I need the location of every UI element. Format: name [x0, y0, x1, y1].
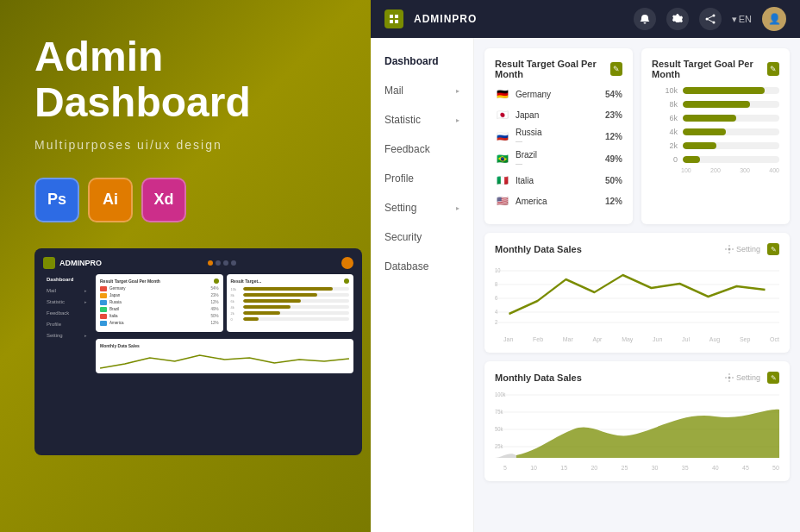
subtitle: Multipurposes ui/ux design	[34, 138, 345, 152]
line-chart-x-labels: Jan Feb Mar Apr May Jun Jul Aug Sep Oct	[495, 336, 779, 342]
sidebar-item-mail[interactable]: Mail ▸	[371, 76, 473, 105]
flag-russia: 🇷🇺	[495, 128, 510, 144]
svg-text:50k: 50k	[495, 425, 503, 432]
line-chart-title: Monthly Data Sales	[495, 244, 582, 254]
country-row-italia: 🇮🇹 Italia 50%	[495, 172, 622, 188]
area-chart-svg: 100k 75k 50k 25k	[495, 391, 779, 460]
line-chart-setting-btn[interactable]: Setting	[725, 245, 760, 253]
bar-chart-card: Result Target Goal Per Month ✎ 10k 8k	[641, 48, 790, 224]
right-panel: ADMINPRO ▾ EN 👤 Dashboard Mail ▸	[371, 0, 800, 532]
ai-icon[interactable]: Ai	[88, 178, 133, 222]
svg-line-4	[707, 19, 714, 22]
area-chart-x-labels: 5 10 15 20 25 30 35 40 45 50	[495, 465, 779, 471]
area-chart-card: Monthly Data Sales Setting ✎	[484, 361, 790, 481]
main-sidebar: Dashboard Mail ▸ Statistic ▸ Feedback Pr…	[371, 38, 474, 532]
flag-germany: 🇩🇪	[495, 86, 510, 102]
mini-sidebar: Dashboard Mail ▸ Statistic ▸ Feedback Pr…	[43, 274, 91, 373]
svg-text:2: 2	[495, 318, 498, 325]
svg-text:100k: 100k	[495, 391, 506, 397]
brand-name: ADMINPRO	[414, 13, 477, 25]
bar-row: 6k	[652, 114, 779, 122]
area-chart-title: Monthly Data Sales	[495, 372, 582, 383]
dashboard-body: Dashboard Mail ▸ Statistic ▸ Feedback Pr…	[371, 38, 800, 532]
sidebar-item-security[interactable]: Security	[371, 222, 473, 252]
sidebar-item-setting[interactable]: Setting ▸	[371, 193, 473, 222]
country-row-russia: 🇷🇺 Russia — 12%	[495, 128, 622, 145]
user-avatar[interactable]: 👤	[762, 7, 786, 31]
bar-row: 10k	[652, 86, 779, 95]
flag-italia: 🇮🇹	[495, 172, 510, 188]
share-icon[interactable]	[699, 8, 722, 30]
svg-text:75k: 75k	[495, 408, 503, 415]
bar-row: 8k	[652, 100, 779, 109]
ps-icon[interactable]: Ps	[34, 178, 79, 222]
bar-card-edit[interactable]: ✎	[767, 62, 779, 76]
country-stats-card: Result Target Goal Per Month ✎ 🇩🇪 German…	[484, 48, 633, 224]
svg-text:25k: 25k	[495, 442, 503, 449]
bar-row: 4k	[652, 128, 779, 136]
mini-dashboard-preview: ADMINPRO Dashboard Mail ▸ Statistic ▸ Fe…	[34, 248, 362, 455]
sidebar-item-database[interactable]: Database	[371, 252, 473, 281]
area-chart-setting-btn[interactable]: Setting	[725, 373, 760, 382]
country-card-edit[interactable]: ✎	[610, 62, 622, 76]
svg-point-5	[728, 248, 730, 251]
svg-text:10: 10	[495, 266, 501, 273]
flag-japan: 🇯🇵	[495, 107, 510, 122]
country-row-japan: 🇯🇵 Japan 23%	[495, 107, 622, 122]
svg-point-16	[728, 377, 730, 379]
brand-icon	[384, 9, 403, 28]
mini-logo: ADMINPRO	[43, 257, 102, 269]
svg-text:6: 6	[495, 294, 498, 301]
xd-icon[interactable]: Xd	[141, 178, 186, 222]
country-row-america: 🇺🇸 America 12%	[495, 193, 622, 209]
mini-nav-dots	[208, 260, 236, 266]
country-card-title: Result Target Goal Per Month	[495, 59, 610, 79]
settings-icon[interactable]	[666, 8, 689, 30]
sidebar-item-statistic[interactable]: Statistic ▸	[371, 105, 473, 135]
left-panel: Admin Dashboard Multipurposes ui/ux desi…	[0, 0, 371, 532]
main-title: Admin Dashboard	[34, 34, 345, 126]
bar-row: 0	[652, 155, 779, 164]
app-icons-row: Ps Ai Xd	[34, 178, 345, 222]
sidebar-item-profile[interactable]: Profile	[371, 164, 473, 193]
country-row-germany: 🇩🇪 Germany 54%	[495, 86, 622, 102]
sidebar-item-feedback[interactable]: Feedback	[371, 135, 473, 164]
bar-row: 2k	[652, 141, 779, 150]
main-content: Result Target Goal Per Month ✎ 🇩🇪 German…	[474, 38, 800, 532]
top-cards-row: Result Target Goal Per Month ✎ 🇩🇪 German…	[484, 48, 790, 224]
line-chart-card: Monthly Data Sales Setting ✎	[484, 233, 790, 353]
flag-america: 🇺🇸	[495, 193, 510, 209]
mini-country-card: Result Target Goal Per Month Germany 54%…	[96, 274, 223, 332]
mini-avatar	[341, 257, 353, 269]
svg-text:4: 4	[495, 308, 498, 315]
sidebar-item-dashboard[interactable]: Dashboard	[371, 47, 473, 76]
line-chart-svg: 10 8 6 4 2	[495, 262, 779, 331]
notification-icon[interactable]	[634, 8, 656, 30]
dashboard-header: ADMINPRO ▾ EN 👤	[371, 0, 800, 38]
mini-bar-card: Result Target... 10k 8k 6k 4k 2k 0	[227, 274, 354, 332]
flag-brazil: 🇧🇷	[495, 151, 510, 166]
bar-rows: 10k 8k 6k 4k	[652, 86, 779, 164]
language-selector[interactable]: ▾ EN	[732, 14, 752, 25]
country-row-brazil: 🇧🇷 Brazil — 49%	[495, 150, 622, 167]
area-chart-edit[interactable]: ✎	[767, 372, 779, 384]
svg-line-3	[707, 16, 714, 19]
svg-text:8: 8	[495, 280, 498, 287]
line-chart-edit[interactable]: ✎	[767, 243, 779, 255]
bar-card-title: Result Target Goal Per Month	[652, 59, 767, 79]
mini-line-chart: Monthly Data Sales	[96, 339, 353, 373]
